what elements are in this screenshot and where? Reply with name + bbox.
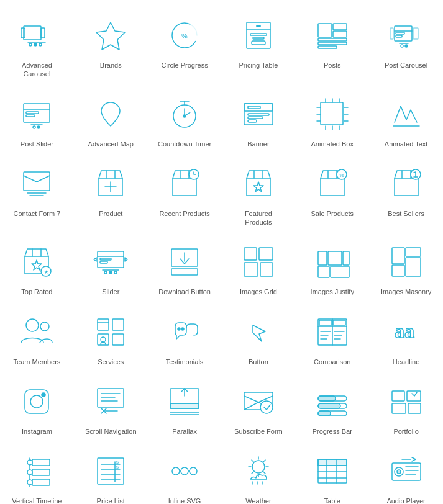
- sale-products-label: Sale Products: [311, 209, 354, 218]
- svg-rect-75: [318, 266, 329, 277]
- widget-item-advanced-carousel[interactable]: Advanced Carousel: [0, 6, 74, 85]
- widget-item-instagram[interactable]: Instagram: [0, 372, 74, 442]
- product-icon: [89, 162, 132, 205]
- widget-item-animated-text[interactable]: Animated Text: [369, 85, 443, 155]
- widget-item-animated-box[interactable]: Animated Box: [295, 85, 369, 155]
- svg-rect-86: [112, 334, 124, 345]
- widget-item-best-sellers[interactable]: Best Sellers: [369, 155, 443, 233]
- team-members-icon: [15, 310, 58, 354]
- best-sellers-label: Best Sellers: [388, 209, 424, 218]
- widget-item-audio-player[interactable]: Audio Player: [369, 442, 443, 504]
- svg-rect-14: [253, 37, 264, 39]
- widget-item-progress-bar[interactable]: Progress Bar: [295, 372, 369, 442]
- widget-item-pricing-table[interactable]: Pricing Table: [222, 6, 296, 85]
- widget-item-table[interactable]: Table: [295, 442, 369, 504]
- widget-item-images-masonry[interactable]: Images Masonry: [369, 233, 443, 302]
- images-masonry-icon: [385, 240, 428, 284]
- button-label: Button: [249, 358, 268, 366]
- widget-item-brands[interactable]: Brands: [74, 6, 148, 85]
- svg-rect-122: [318, 411, 331, 416]
- svg-rect-0: [24, 26, 41, 40]
- subscribe-form-icon: [237, 380, 280, 423]
- svg-rect-69: [259, 248, 273, 260]
- svg-rect-15: [252, 41, 265, 45]
- widget-item-images-grid[interactable]: Images Grid: [222, 233, 296, 302]
- post-carousel-label: Post Carousel: [385, 61, 427, 70]
- images-masonry-label: Images Masonry: [381, 287, 431, 296]
- svg-rect-68: [244, 248, 257, 260]
- svg-text:aa: aa: [395, 320, 414, 342]
- widget-item-download-button[interactable]: Download Button: [148, 233, 222, 302]
- widget-item-posts[interactable]: Posts: [295, 6, 369, 85]
- svg-rect-44: [248, 114, 269, 115]
- widget-item-images-justify[interactable]: Images Justify: [295, 233, 369, 302]
- svg-point-165: [397, 470, 401, 474]
- widget-item-team-members[interactable]: Team Members: [0, 303, 74, 372]
- widget-item-recent-products[interactable]: Recent Products: [148, 155, 222, 233]
- svg-point-65: [114, 271, 117, 274]
- svg-point-90: [181, 328, 184, 330]
- post-slider-label: Post Slider: [21, 140, 53, 148]
- svg-rect-47: [321, 102, 343, 125]
- price-list-label: Price List: [97, 497, 125, 504]
- table-icon: [311, 449, 354, 493]
- widget-item-advanced-map[interactable]: Advanced Map: [74, 85, 148, 155]
- widget-item-vertical-timeline[interactable]: Vertical Timeline: [0, 442, 74, 504]
- widget-item-banner[interactable]: Banner: [222, 85, 296, 155]
- contact-form-7-label: Contact Form 7: [14, 209, 61, 218]
- widget-item-comparison[interactable]: Comparison: [295, 303, 369, 372]
- widget-item-button[interactable]: Button: [222, 303, 296, 372]
- widget-item-contact-form-7[interactable]: Contact Form 7: [0, 155, 74, 233]
- svg-rect-126: [408, 403, 421, 413]
- widget-item-product[interactable]: Product: [74, 155, 148, 233]
- widget-item-subscribe-form[interactable]: Subscribe Form: [222, 372, 296, 442]
- widget-item-countdown-timer[interactable]: Countdown Timer: [148, 85, 222, 155]
- headline-label: Headline: [393, 358, 419, 366]
- product-label: Product: [99, 209, 122, 218]
- pricing-table-icon: [237, 14, 280, 57]
- widget-item-slider[interactable]: Slider: [74, 233, 148, 302]
- team-members-label: Team Members: [14, 358, 61, 366]
- svg-point-40: [183, 115, 186, 117]
- slider-label: Slider: [102, 287, 119, 296]
- brands-label: Brands: [100, 61, 122, 70]
- featured-products-label: Featured Products: [231, 209, 286, 227]
- widget-item-weather[interactable]: Weather: [222, 442, 296, 504]
- widget-item-headline[interactable]: aaHeadline: [369, 303, 443, 372]
- progress-bar-label: Progress Bar: [313, 427, 352, 436]
- widget-item-sale-products[interactable]: %Sale Products: [295, 155, 369, 233]
- recent-products-label: Recent Products: [159, 209, 209, 218]
- svg-point-131: [27, 460, 32, 465]
- svg-rect-27: [396, 35, 402, 37]
- widget-item-scroll-navigation[interactable]: Scroll Navigation: [74, 372, 148, 442]
- widget-item-testimonials[interactable]: Testimonials: [148, 303, 222, 372]
- inline-svg-label: Inline SVG: [168, 497, 201, 504]
- advanced-map-icon: [89, 92, 132, 136]
- svg-point-38: [107, 108, 114, 114]
- animated-box-label: Animated Box: [311, 140, 354, 148]
- svg-rect-85: [98, 334, 109, 345]
- svg-line-152: [252, 460, 253, 462]
- svg-line-153: [263, 472, 265, 474]
- svg-rect-2: [41, 28, 45, 38]
- widget-item-inline-svg[interactable]: Inline SVG: [148, 442, 222, 504]
- countdown-timer-label: Countdown Timer: [158, 140, 211, 148]
- svg-rect-43: [248, 106, 260, 109]
- best-sellers-icon: [385, 162, 428, 205]
- contact-form-7-icon: [15, 162, 58, 205]
- table-label: Table: [324, 497, 340, 504]
- widget-item-services[interactable]: Services: [74, 303, 148, 372]
- widget-item-post-slider[interactable]: Post Slider: [0, 85, 74, 155]
- widget-item-parallax[interactable]: Parallax: [148, 372, 222, 442]
- widget-item-post-carousel[interactable]: Post Carousel: [369, 6, 443, 85]
- widget-item-portfolio[interactable]: Portfolio: [369, 372, 443, 442]
- button-icon: [237, 310, 280, 354]
- weather-icon: [237, 449, 280, 493]
- widget-item-price-list[interactable]: $$Price List: [74, 442, 148, 504]
- svg-rect-134: [98, 458, 124, 484]
- parallax-label: Parallax: [172, 427, 197, 436]
- svg-point-6: [39, 43, 42, 46]
- widget-item-circle-progress[interactable]: %Circle Progress: [148, 6, 222, 85]
- widget-item-featured-products[interactable]: Featured Products: [222, 155, 296, 233]
- widget-item-top-rated[interactable]: ★Top Rated: [0, 233, 74, 302]
